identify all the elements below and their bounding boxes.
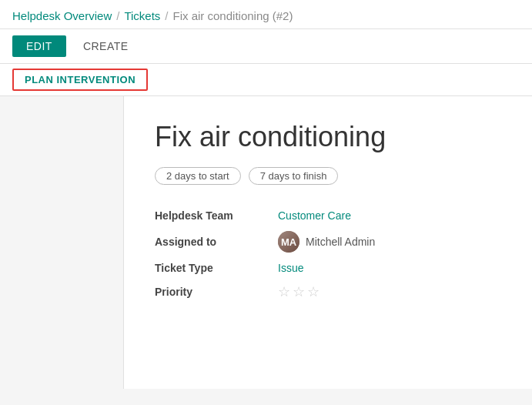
tags-row: 2 days to start 7 days to finish bbox=[155, 167, 501, 185]
field-row-assigned-to: Assigned to MA Mitchell Admin bbox=[155, 231, 501, 253]
left-sidebar bbox=[0, 96, 62, 404]
tag-days-to-start: 2 days to start bbox=[155, 167, 241, 185]
breadcrumb: Helpdesk Overview / Tickets / Fix air co… bbox=[0, 0, 532, 29]
sub-toolbar: PLAN INTERVENTION bbox=[0, 64, 532, 96]
avatar-image: MA bbox=[278, 231, 299, 253]
field-row-helpdesk-team: Helpdesk Team Customer Care bbox=[155, 209, 501, 222]
page-wrapper: Fix air conditioning 2 days to start 7 d… bbox=[0, 96, 532, 404]
tag-days-to-finish: 7 days to finish bbox=[249, 167, 339, 185]
breadcrumb-tickets[interactable]: Tickets bbox=[124, 9, 160, 22]
avatar: MA bbox=[278, 231, 299, 253]
main-toolbar: EDIT CREATE bbox=[0, 29, 532, 64]
stars-row: ☆ ☆ ☆ bbox=[278, 283, 320, 300]
assigned-to-name: Mitchell Admin bbox=[306, 236, 375, 248]
breadcrumb-current: Fix air conditioning (#2) bbox=[173, 9, 293, 22]
value-helpdesk-team[interactable]: Customer Care bbox=[278, 209, 351, 222]
value-assigned-to: MA Mitchell Admin bbox=[278, 231, 375, 253]
label-helpdesk-team: Helpdesk Team bbox=[155, 209, 278, 222]
breadcrumb-sep-1: / bbox=[116, 9, 119, 22]
plan-intervention-button[interactable]: PLAN INTERVENTION bbox=[12, 69, 148, 91]
label-assigned-to: Assigned to bbox=[155, 236, 278, 248]
field-row-priority: Priority ☆ ☆ ☆ bbox=[155, 283, 501, 300]
breadcrumb-helpdesk[interactable]: Helpdesk Overview bbox=[12, 9, 112, 22]
edit-button[interactable]: EDIT bbox=[12, 35, 66, 57]
star-3[interactable]: ☆ bbox=[307, 283, 320, 300]
star-2[interactable]: ☆ bbox=[293, 283, 305, 300]
field-row-ticket-type: Ticket Type Issue bbox=[155, 262, 501, 274]
value-ticket-type[interactable]: Issue bbox=[278, 262, 303, 274]
content-area: Fix air conditioning 2 days to start 7 d… bbox=[62, 96, 532, 404]
star-1[interactable]: ☆ bbox=[278, 283, 290, 300]
label-priority: Priority bbox=[155, 286, 278, 298]
breadcrumb-sep-2: / bbox=[165, 9, 168, 22]
value-priority: ☆ ☆ ☆ bbox=[278, 283, 320, 300]
create-button[interactable]: CREATE bbox=[69, 35, 142, 57]
fields-table: Helpdesk Team Customer Care Assigned to … bbox=[155, 209, 501, 310]
main-content: Fix air conditioning 2 days to start 7 d… bbox=[123, 96, 532, 389]
label-ticket-type: Ticket Type bbox=[155, 262, 278, 274]
ticket-title: Fix air conditioning bbox=[155, 121, 501, 153]
